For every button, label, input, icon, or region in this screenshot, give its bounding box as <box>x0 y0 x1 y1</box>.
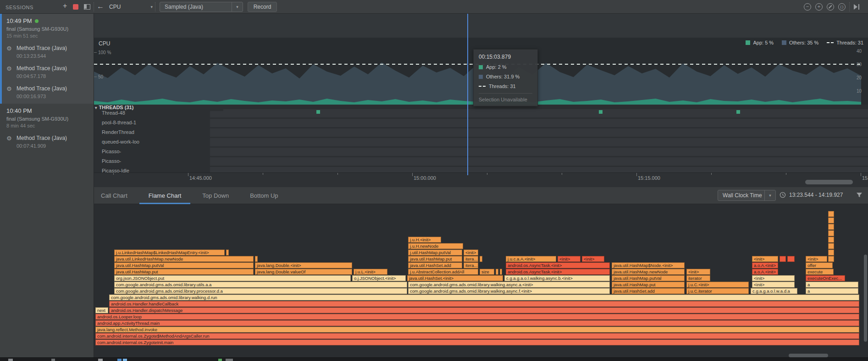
status-bar-icon[interactable] <box>218 359 222 361</box>
flame-segment[interactable] <box>480 256 482 262</box>
flame-chart[interactable]: j.u.H.<init>j.u.H.newNodej.u.LinkedHashM… <box>94 205 864 353</box>
flame-segment[interactable]: java.util.HashMap.putVal <box>612 275 685 281</box>
flame-segment[interactable]: j.u.H.newNode <box>408 243 463 249</box>
thread-name[interactable]: RenderThread <box>102 129 134 135</box>
flame-segment[interactable] <box>828 243 834 249</box>
stop-recording-icon[interactable] <box>73 4 78 10</box>
flame-segment[interactable] <box>828 230 834 236</box>
status-bar-icon[interactable] <box>98 359 103 361</box>
zoom-in-icon[interactable]: + <box>815 3 823 11</box>
flame-segment[interactable]: <init> <box>752 282 795 288</box>
thread-row[interactable] <box>210 119 868 127</box>
flame-segment[interactable]: com.google.android.gms.ads.omid.library.… <box>109 294 859 300</box>
flame-segment[interactable] <box>828 256 834 262</box>
flame-segment[interactable]: execute <box>806 269 834 275</box>
flame-segment[interactable]: a <box>806 282 858 288</box>
threads-section[interactable]: ▾THREADS (31) Thread-48pool-8-thread-1Re… <box>94 105 868 172</box>
flame-segment[interactable]: j.u.AbstractCollection.addAll <box>408 269 478 275</box>
flame-segment[interactable] <box>780 256 786 262</box>
thread-row[interactable] <box>210 138 868 146</box>
status-bar-icon[interactable] <box>51 359 55 361</box>
flame-segment[interactable]: com.android.internal.os.Zygote$MethodAnd… <box>95 333 859 339</box>
flame-segment[interactable]: java.lang.reflect.Method.invoke <box>95 327 859 333</box>
flame-segment[interactable]: a.o.A.<init> <box>752 262 778 268</box>
flame-segment[interactable]: android.os.AsyncTask.<init> <box>506 269 610 275</box>
flame-segment[interactable]: o.j.JSONObject.<init> <box>352 275 406 281</box>
timeline-scrollbar-thumb[interactable] <box>805 180 853 184</box>
flame-segment[interactable]: j.u.c.a.A.<init> <box>506 256 556 262</box>
flame-segment[interactable]: com.google.android.gms.ads.omid.library.… <box>408 288 610 294</box>
flame-segment[interactable] <box>828 224 834 230</box>
flame-segment[interactable]: com.google.android.gms.ads.omid.library.… <box>114 288 407 294</box>
flame-segment[interactable]: j.u.C.<init> <box>686 282 749 288</box>
thread-row[interactable] <box>210 109 868 117</box>
flame-segment[interactable]: j.u.C.iterator <box>686 288 749 294</box>
trace-item[interactable]: ⚙Method Trace (Java)00:00:16.973 <box>6 85 90 99</box>
flame-segment[interactable]: java.util.HashMap.put <box>114 269 254 275</box>
frame-selection-icon[interactable]: { } <box>838 3 846 11</box>
thread-name[interactable]: pool-8-thread-1 <box>102 120 136 125</box>
flame-segment[interactable]: java.util.HashSet.add <box>612 288 685 294</box>
flame-segment[interactable] <box>226 250 229 255</box>
tab-call-chart[interactable]: Call Chart <box>100 187 128 204</box>
flame-segment[interactable]: android.os.AsyncTask.<init> <box>506 262 610 268</box>
profiler-type-dropdown[interactable]: CPU ▾ <box>109 4 153 11</box>
flame-segment[interactable]: java.lang.Double.valueOf <box>255 269 352 275</box>
flame-segment[interactable]: <init> <box>464 250 478 255</box>
flame-segment[interactable]: java.util.HashMap.newNode <box>612 269 685 275</box>
filter-icon[interactable] <box>856 191 863 199</box>
flame-segment[interactable]: j.u.LinkedHashMap$LinkedHashMapEntry.<in… <box>114 250 225 255</box>
flame-segment[interactable]: com.google.android.gms.ads.omid.library.… <box>408 282 610 288</box>
flame-segment[interactable] <box>828 217 834 223</box>
flame-segment[interactable]: org.json.JSONObject.put <box>114 275 351 281</box>
trace-item[interactable]: ⚙Method Trace (Java)00:13:23.544 <box>6 45 90 59</box>
timeline-empty-area[interactable] <box>94 14 868 38</box>
reset-zoom-icon[interactable] <box>827 3 834 11</box>
zoom-out-icon[interactable]: − <box>804 3 811 11</box>
flame-segment[interactable]: executeOnExec... <box>806 275 845 281</box>
flame-segment[interactable]: offer <box>806 262 833 268</box>
flame-segment[interactable] <box>828 237 834 243</box>
flame-segment[interactable] <box>787 256 795 262</box>
flame-segment[interactable]: java.util.HashSet.<init> <box>407 275 503 281</box>
flame-vertical-scrollbar-thumb[interactable] <box>864 255 867 342</box>
flame-segment[interactable]: next <box>95 307 108 313</box>
flame-segment[interactable] <box>828 250 834 255</box>
flame-segment[interactable]: android.os.Handler.dispatchMessage <box>109 307 859 313</box>
flame-segment[interactable]: j.u.L.<init> <box>354 269 387 275</box>
flame-segment[interactable]: java.util.HashMap.put <box>408 256 462 262</box>
flame-segment[interactable]: a <box>806 288 858 294</box>
tab-top-down[interactable]: Top Down <box>201 187 230 204</box>
flame-segment[interactable]: android.app.ActivityThread.main <box>95 320 859 326</box>
flame-segment[interactable]: android.os.Handler.handleCallback <box>109 301 859 307</box>
back-arrow-icon[interactable]: ← <box>97 2 104 11</box>
tab-bottom-up[interactable]: Bottom Up <box>249 187 279 204</box>
collapse-panel-icon[interactable] <box>84 4 90 10</box>
flame-segment[interactable]: java.util.HashSet.add <box>408 262 462 268</box>
status-bar-icon[interactable] <box>123 359 127 361</box>
thread-row[interactable] <box>210 157 868 166</box>
tab-flame-chart[interactable]: Flame Chart <box>148 187 182 204</box>
thread-row[interactable] <box>210 167 868 172</box>
flame-segment[interactable]: <init> <box>686 269 710 275</box>
flame-segment[interactable]: c.g.a.g.a.o.l.w.a.d.a <box>751 288 797 294</box>
trace-item[interactable]: ⚙Method Trace (Java)00:07:41.909 <box>6 135 90 149</box>
flame-segment[interactable]: com.google.android.gms.ads.omid.library.… <box>114 282 407 288</box>
flame-segment[interactable]: java.util.HashMap.put <box>612 282 685 288</box>
flame-segment[interactable]: iterator <box>686 275 710 281</box>
flame-segment[interactable] <box>255 256 258 262</box>
threads-header[interactable]: ▾THREADS (31) <box>95 105 223 111</box>
thread-name[interactable]: Picasso- <box>102 149 121 154</box>
thread-name[interactable]: queued-work-loo <box>102 139 139 144</box>
jump-to-live-icon[interactable] <box>854 4 860 10</box>
flame-segment[interactable]: com.android.internal.os.ZygoteInit.main <box>95 339 859 345</box>
flame-segment[interactable] <box>828 211 834 217</box>
flame-segment[interactable]: <init> <box>558 256 581 262</box>
status-bar-icon[interactable] <box>226 359 233 361</box>
flame-segment[interactable]: j.u.H.<init> <box>408 237 441 243</box>
flame-segment[interactable]: c.g.a.g.a.o.l.walking.async.b.<init> <box>504 275 610 281</box>
clock-mode-select[interactable]: Wall Clock Time ▾ <box>718 190 776 201</box>
thread-row[interactable] <box>210 148 868 156</box>
recording-config-select[interactable]: Sampled (Java) ▾ <box>160 2 243 12</box>
thread-name[interactable]: Picasso- <box>102 158 121 164</box>
